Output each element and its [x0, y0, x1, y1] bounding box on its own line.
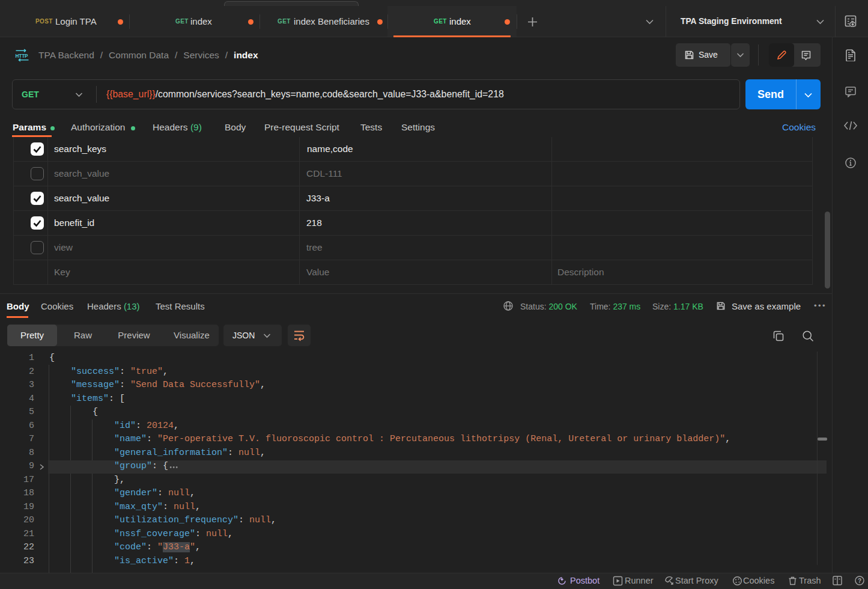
svg-text:?: ?: [858, 578, 861, 584]
svg-text:HTTP: HTTP: [16, 53, 29, 59]
